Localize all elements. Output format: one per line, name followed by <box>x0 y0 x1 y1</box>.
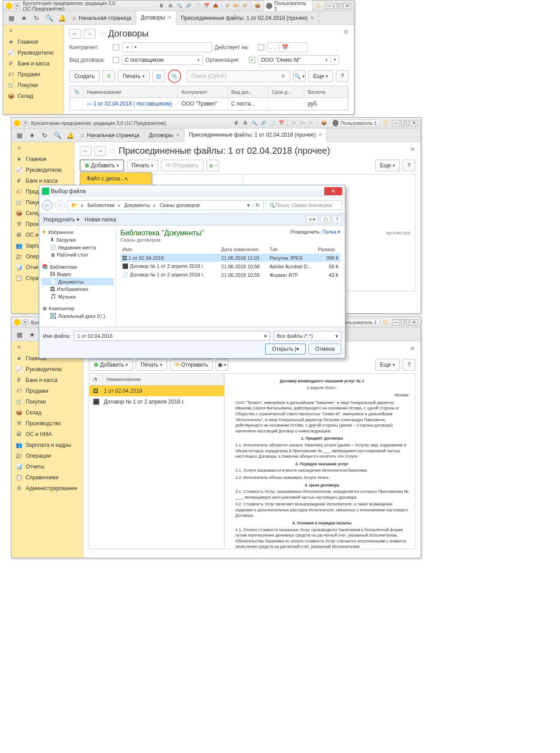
list-item[interactable]: ⬛ Договор № 1 от 2 апреля 2018 г. <box>89 396 224 407</box>
file-type-filter[interactable]: Все файлы (*.*)▾ <box>274 331 341 341</box>
tray-icon[interactable]: 📦 <box>254 2 261 9</box>
search-input[interactable]: Поиск (Ctrl+F)✕ <box>187 70 290 82</box>
m-minus-btn[interactable]: M- <box>242 2 249 9</box>
app-menu-icon[interactable]: ▾ <box>22 319 28 326</box>
filter-btn[interactable]: ◉▾ <box>207 160 219 171</box>
list-btn[interactable]: ▤ <box>152 70 165 82</box>
history-icon[interactable]: ↻ <box>40 131 49 140</box>
m-plus-btn[interactable]: M+ <box>299 119 306 127</box>
favorite-icon[interactable]: ☆ <box>109 146 116 156</box>
minimize-button[interactable]: — <box>325 3 333 9</box>
gh-type[interactable]: Вид дог... <box>228 86 268 97</box>
add-button[interactable]: ⊕Добавить▾ <box>80 160 124 171</box>
help-button[interactable]: ? <box>332 216 341 223</box>
sidebar-item-refs[interactable]: 📋Справочники <box>11 472 83 483</box>
m-btn[interactable]: M <box>224 2 231 9</box>
tree-libs[interactable]: 📚 Библиотеки <box>41 263 114 271</box>
user-area[interactable]: Пользователь 1 <box>264 0 312 12</box>
gh-cur[interactable]: Валюта <box>304 86 348 97</box>
flag-icon[interactable]: 📥 <box>212 2 219 9</box>
dialog-close-button[interactable]: ✕ <box>324 187 342 195</box>
minimize-button[interactable]: — <box>392 319 400 326</box>
menu-file-from-disk[interactable]: Файл с диска...↖ <box>80 173 151 184</box>
col-type[interactable]: Тип <box>268 245 316 254</box>
sidebar-item-manager[interactable]: 📈Руководителю <box>3 47 64 58</box>
clock-icon[interactable]: 🕘 <box>194 2 201 9</box>
app-menu-icon[interactable]: ▾ <box>22 120 28 126</box>
sidebar-item-reports[interactable]: 📊Отчеты <box>11 461 83 472</box>
tab-contracts[interactable]: Договоры✕ <box>144 129 184 142</box>
tree-downloads[interactable]: ⬇ Загрузки <box>41 236 114 243</box>
m-minus-btn[interactable]: M- <box>308 119 315 127</box>
tab-attached[interactable]: Присоединенные файлы: 1 от 02.04.2018 (п… <box>176 11 319 25</box>
chk-type[interactable] <box>113 57 119 63</box>
chk-org[interactable] <box>249 57 255 63</box>
sidebar-item-manager[interactable]: 📈Руководителю <box>11 364 83 375</box>
sort-dropdown[interactable]: Папка ▾ <box>322 229 340 234</box>
close-window-button[interactable]: ✕ <box>343 3 351 9</box>
gh-attach[interactable]: 📎 <box>70 86 83 97</box>
sidebar-item-warehouse[interactable]: 📦Склад <box>11 407 83 418</box>
print-icon[interactable]: 🖶 <box>242 119 249 127</box>
open-button[interactable]: Открыть |▾ <box>265 344 306 354</box>
apps-grid-icon[interactable]: ▦ <box>15 330 24 339</box>
close-icon[interactable]: ✕ <box>168 15 171 20</box>
page-close[interactable]: ✕ <box>410 345 415 352</box>
tree-desktop[interactable]: 🖥 Рабочий стол <box>41 251 114 258</box>
apps-grid-icon[interactable]: ▦ <box>7 14 16 23</box>
sidebar-item-main[interactable]: ★Главное <box>3 37 64 47</box>
attach-button[interactable]: 📎 <box>168 69 181 83</box>
tab-home[interactable]: ⌂Начальная страница <box>68 11 136 25</box>
print-button[interactable]: Печать▾ <box>118 70 149 82</box>
dd-type[interactable]: С поставщиком▾ <box>122 55 203 65</box>
m-btn[interactable]: M <box>290 119 297 127</box>
sidebar-item-production[interactable]: ⚒Производство <box>11 418 83 429</box>
sidebar-item-sales[interactable]: 🏷Продажи <box>11 386 83 396</box>
chk-active[interactable] <box>258 44 264 51</box>
sidebar-item-purchases[interactable]: 🛒Покупки <box>11 396 83 407</box>
star-icon[interactable]: ★ <box>19 14 28 23</box>
magnify-icon[interactable]: 🔍 <box>251 119 258 127</box>
gh-term[interactable]: Срок д... <box>268 86 304 97</box>
close-window-button[interactable]: ✕ <box>410 120 418 126</box>
close-icon[interactable]: ✕ <box>310 15 314 20</box>
star-icon[interactable]: ★ <box>28 330 37 339</box>
favorite-icon[interactable]: ☆ <box>98 29 106 39</box>
sidebar-item-bank[interactable]: ₽Банк и касса <box>11 375 83 386</box>
history-icon[interactable]: ↻ <box>32 14 41 23</box>
tab-attached[interactable]: Присоединенные файлы: 1 от 02.04.2018 (п… <box>184 129 327 142</box>
maximize-button[interactable]: ☐ <box>401 319 409 326</box>
calc-icon[interactable]: 🖩 <box>233 119 240 127</box>
col-status[interactable]: ◔ <box>89 374 103 385</box>
user-area[interactable]: Пользователь 1 <box>330 119 379 127</box>
search-input[interactable]: 🔍 Поиск: Сканы договоров <box>266 200 342 210</box>
nav-back[interactable]: ← <box>69 29 81 39</box>
magnify-icon[interactable]: 🔍 <box>176 2 183 9</box>
refresh-button[interactable]: ⎘ <box>102 70 115 82</box>
tree-docs[interactable]: 📄 Документы <box>41 278 114 285</box>
help-button[interactable]: ? <box>403 160 415 171</box>
maximize-button[interactable]: ☐ <box>401 120 409 126</box>
sidebar-hamburger[interactable]: ≡ <box>11 142 74 154</box>
more-button[interactable]: Еще▾ <box>308 70 333 82</box>
calendar-icon[interactable]: 📅 <box>278 119 285 127</box>
add-button[interactable]: ⊕Добавить▾ <box>89 359 133 371</box>
file-row[interactable]: ⬛ Договор № 1 от 2 апреля 2018 г. 21.06.… <box>120 262 340 271</box>
close-icon[interactable]: ✕ <box>318 132 322 137</box>
preview-button[interactable]: ▢ <box>320 216 330 223</box>
app-menu-icon[interactable]: ▾ <box>14 3 20 9</box>
sidebar-item-bank[interactable]: ₽Банк и касса <box>3 58 64 69</box>
file-row[interactable]: 🖼 1 от 02.04.2018 21.06.2018 11:01 Рисун… <box>120 254 340 262</box>
col-name[interactable]: Имя <box>120 245 220 254</box>
search-go[interactable]: 🔍▾ <box>293 70 306 82</box>
info-icon[interactable]: ⓘ <box>382 319 389 326</box>
help-button[interactable]: ? <box>403 359 415 371</box>
info-icon[interactable]: ⓘ <box>315 2 322 9</box>
nav-forward[interactable]: → <box>84 29 96 39</box>
tray-icon[interactable]: 📦 <box>320 119 327 127</box>
more-button[interactable]: Еще▾ <box>375 160 400 171</box>
apps-grid-icon[interactable]: ▦ <box>15 131 24 140</box>
cmd-organize[interactable]: Упорядочить ▾ <box>43 216 79 223</box>
close-window-button[interactable]: ✕ <box>410 319 418 326</box>
sidebar-hamburger[interactable]: ≡ <box>3 25 64 37</box>
